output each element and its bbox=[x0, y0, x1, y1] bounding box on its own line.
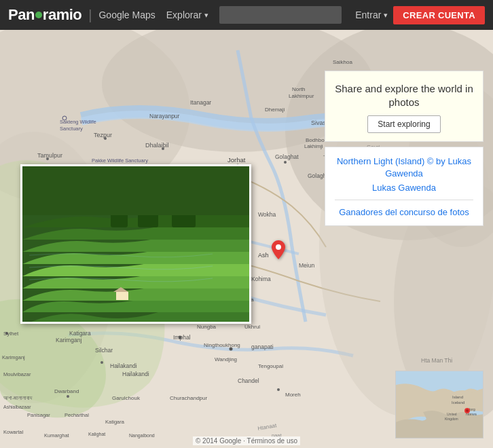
svg-point-52 bbox=[179, 336, 182, 339]
svg-text:Moreh: Moreh bbox=[285, 392, 301, 398]
svg-text:Sanctuary: Sanctuary bbox=[60, 126, 83, 132]
svg-text:Meiun: Meiun bbox=[299, 262, 314, 269]
promo-panel: Share and explore the world in photos St… bbox=[325, 71, 483, 142]
photo-credit-panel: Northern Light (Island) © by Lukas Gawen… bbox=[325, 147, 483, 226]
logo-separator: | bbox=[88, 7, 92, 23]
svg-text:Kohima: Kohima bbox=[251, 276, 271, 282]
svg-text:Dwarband: Dwarband bbox=[54, 388, 79, 394]
svg-text:Iceland: Iceland bbox=[452, 400, 464, 405]
photo-author[interactable]: Lukas Gawenda bbox=[335, 183, 473, 193]
concurso-link[interactable]: Ganadores del concurso de fotos bbox=[335, 207, 473, 217]
google-maps-label: Google Maps bbox=[98, 10, 155, 20]
svg-text:Katigara: Katigara bbox=[69, 330, 91, 337]
svg-text:Pecharthal: Pecharthal bbox=[65, 412, 89, 418]
logo-dot-icon bbox=[35, 12, 42, 18]
mini-map[interactable]: Island Iceland Norg Norwa United Kingdom bbox=[395, 371, 483, 438]
svg-text:Hailakandi: Hailakandi bbox=[122, 371, 149, 377]
svg-point-95 bbox=[276, 244, 281, 250]
photo-overlay[interactable] bbox=[20, 164, 251, 324]
svg-text:আশা-জালালাবাদ: আশা-জালালাবাদ bbox=[3, 395, 33, 401]
svg-text:Ash: Ash bbox=[258, 252, 269, 259]
svg-text:Imphal: Imphal bbox=[173, 334, 191, 341]
svg-text:Churachandpur: Churachandpur bbox=[170, 395, 207, 401]
svg-text:Kalighat: Kalighat bbox=[88, 432, 105, 437]
svg-text:Lakhimji: Lakhimji bbox=[304, 143, 323, 149]
svg-text:United: United bbox=[447, 412, 457, 416]
svg-text:Nangalbond: Nangalbond bbox=[129, 433, 155, 438]
svg-text:Pakke Wildlife Sanctuary: Pakke Wildlife Sanctuary bbox=[92, 157, 148, 164]
crear-cuenta-button[interactable]: CREAR CUENTA bbox=[393, 6, 485, 24]
svg-text:Tengoupal: Tengoupal bbox=[258, 363, 283, 369]
svg-text:Island: Island bbox=[452, 395, 463, 399]
logo-text-ramio: ramio bbox=[43, 6, 81, 24]
svg-text:Panisagar: Panisagar bbox=[27, 412, 50, 418]
photo-title[interactable]: Northern Light (Island) © by Lukas Gawen… bbox=[335, 155, 473, 180]
rice-terrace-photo bbox=[22, 166, 251, 324]
svg-text:Ningthoukhong: Ningthoukhong bbox=[204, 342, 240, 348]
svg-text:Jorhat: Jorhat bbox=[227, 156, 246, 164]
entrar-button[interactable]: Entrar bbox=[355, 10, 388, 20]
promo-headline: Share and explore the world in photos bbox=[335, 82, 473, 109]
svg-text:Dhalaibil: Dhalaibil bbox=[145, 142, 169, 149]
svg-text:Silchar: Silchar bbox=[95, 347, 113, 354]
svg-text:Tezpur: Tezpur bbox=[94, 132, 112, 138]
svg-text:North: North bbox=[292, 86, 306, 92]
search-container bbox=[219, 6, 355, 24]
svg-text:Wokha: Wokha bbox=[258, 211, 276, 218]
map-attribution: © 2014 Google · Términos de uso bbox=[193, 436, 300, 445]
map-pin[interactable] bbox=[272, 240, 285, 262]
svg-text:Golaghat: Golaghat bbox=[275, 153, 299, 160]
map-background[interactable]: Tamulpur Tezpur Dhalaibil Jorhat Golagha… bbox=[0, 30, 493, 448]
svg-text:Garulchouk: Garulchouk bbox=[112, 395, 141, 401]
start-exploring-button[interactable]: Start exploring bbox=[367, 115, 440, 133]
explorar-button[interactable]: Explorar bbox=[166, 10, 208, 20]
svg-point-15 bbox=[101, 361, 103, 364]
svg-text:Ukhrul: Ukhrul bbox=[244, 324, 260, 330]
svg-text:Dhemaji: Dhemaji bbox=[265, 107, 285, 113]
svg-text:Lakhimpur: Lakhimpur bbox=[289, 93, 314, 99]
svg-text:Tamulpur: Tamulpur bbox=[37, 152, 62, 159]
svg-text:Itanagar: Itanagar bbox=[190, 99, 211, 106]
svg-point-97 bbox=[448, 390, 477, 409]
svg-text:Hailakandi: Hailakandi bbox=[110, 362, 137, 369]
svg-text:Kumarghat: Kumarghat bbox=[44, 432, 70, 438]
search-input[interactable] bbox=[219, 6, 342, 24]
svg-point-10 bbox=[284, 161, 287, 164]
svg-point-105 bbox=[466, 409, 469, 412]
logo: Pan ramio bbox=[8, 6, 81, 24]
svg-text:Chandel: Chandel bbox=[238, 377, 259, 384]
svg-text:Karimganj: Karimganj bbox=[2, 354, 25, 360]
svg-text:Kingdom: Kingdom bbox=[445, 417, 458, 421]
svg-text:Karimganj: Karimganj bbox=[56, 337, 81, 343]
svg-rect-92 bbox=[22, 166, 251, 215]
svg-text:Kowartal: Kowartal bbox=[3, 429, 24, 435]
svg-text:Nungba: Nungba bbox=[197, 324, 217, 330]
svg-text:Ashialbazaar: Ashialbazaar bbox=[3, 405, 31, 409]
logo-text-pan: Pan bbox=[8, 6, 35, 24]
svg-point-16 bbox=[67, 395, 69, 398]
svg-point-14 bbox=[277, 388, 280, 391]
svg-point-61 bbox=[5, 332, 8, 335]
divider bbox=[335, 200, 473, 200]
svg-text:Wandjing: Wandjing bbox=[215, 356, 237, 362]
svg-text:Narayanpur: Narayanpur bbox=[149, 113, 180, 119]
svg-text:Moulvibazar: Moulvibazar bbox=[3, 371, 31, 377]
svg-text:Saikhoa: Saikhoa bbox=[333, 59, 352, 65]
svg-text:ganapati: ganapati bbox=[251, 343, 274, 350]
svg-text:Katigara: Katigara bbox=[105, 419, 125, 425]
navbar: Pan ramio | Google Maps Explorar Entrar … bbox=[0, 0, 493, 30]
svg-rect-93 bbox=[116, 292, 128, 300]
nav-right: Entrar CREAR CUENTA bbox=[355, 6, 485, 24]
